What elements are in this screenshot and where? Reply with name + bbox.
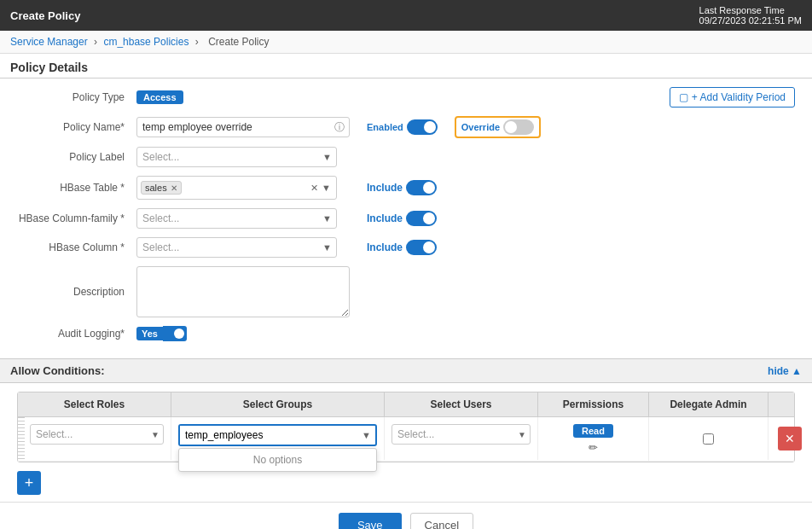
hbase-column-family-row: HBase Column-family * Select... ▼ Includ… [17, 208, 795, 229]
policy-label-row: Policy Label Select... ▼ [17, 147, 795, 167]
hbase-column-control: Select... ▼ [136, 237, 350, 258]
breadcrumb-policies[interactable]: cm_hbase Policies [103, 36, 188, 48]
tag-dropdown-button[interactable]: ▼ [320, 183, 333, 193]
groups-input-row: ▼ [178, 424, 377, 446]
override-wrapper: Override [455, 116, 541, 138]
audit-toggle[interactable] [163, 326, 187, 341]
policy-form: Policy Type Access ▢ + Add Validity Peri… [0, 78, 812, 358]
page-header-title: Create Policy [10, 9, 80, 22]
enabled-toggle[interactable] [407, 119, 438, 135]
hbase-column-family-include-label: Include [367, 212, 403, 224]
users-select[interactable]: Select... [392, 424, 531, 445]
sales-tag-remove[interactable]: ✕ [171, 183, 177, 193]
hbase-column-family-label: HBase Column-family * [17, 212, 136, 224]
breadcrumb: Service Manager › cm_hbase Policies › Cr… [0, 31, 812, 54]
tag-input-actions: ✕ ▼ [309, 183, 333, 194]
read-badge: Read [573, 424, 613, 438]
hbase-table-include-container: Include [367, 180, 437, 195]
last-response-label: Last Response Time [699, 5, 802, 15]
enabled-label: Enabled [367, 122, 403, 132]
policy-label-control: Select... ▼ [136, 147, 350, 167]
policy-type-row: Policy Type Access ▢ + Add Validity Peri… [17, 87, 795, 108]
policy-name-control: ⓘ [136, 117, 350, 137]
breadcrumb-service-manager[interactable]: Service Manager [10, 36, 88, 48]
hbase-column-select-wrapper: Select... ▼ [136, 237, 337, 258]
add-row-button[interactable]: + [17, 471, 41, 495]
table-row: Select... ▼ ▼ No options Select... [18, 417, 794, 462]
add-validity-icon: ▢ [679, 91, 688, 103]
hide-link[interactable]: hide ▲ [768, 365, 802, 377]
policy-type-control: Access [136, 90, 350, 104]
add-validity-button[interactable]: ▢ + Add Validity Period [670, 87, 795, 108]
page-title: Policy Details [0, 54, 812, 78]
override-toggle-container: Override [455, 116, 541, 138]
col-header-actions [768, 392, 811, 416]
hbase-column-family-control: Select... ▼ [136, 208, 350, 229]
hbase-column-include-label: Include [367, 241, 403, 253]
col-header-roles: Select Roles [18, 392, 171, 416]
hbase-column-include-toggle[interactable] [406, 240, 437, 255]
policy-label-select[interactable]: Select... [136, 147, 337, 167]
hbase-table-include-toggle[interactable] [406, 180, 437, 195]
delete-row-button[interactable]: ✕ [778, 427, 802, 451]
col-header-delegate: Delegate Admin [649, 392, 768, 416]
override-toggle[interactable] [503, 119, 534, 135]
permissions-cell: Read ✏ [538, 417, 649, 461]
audit-yes-label: Yes [136, 327, 163, 340]
sales-tag: sales ✕ [141, 181, 182, 195]
hbase-table-tag-input[interactable]: sales ✕ ✕ ▼ [136, 176, 337, 200]
conditions-table: Select Roles Select Groups Select Users … [17, 392, 795, 462]
roles-select-wrapper: Select... ▼ [30, 424, 164, 445]
top-bar: Create Policy Last Response Time 09/27/2… [0, 0, 812, 31]
description-textarea[interactable] [136, 266, 350, 317]
description-row: Description [17, 266, 795, 317]
cancel-button[interactable]: Cancel [410, 513, 473, 529]
col-header-permissions: Permissions [538, 392, 649, 416]
hbase-column-family-select-wrapper: Select... ▼ [136, 208, 337, 229]
policy-name-label: Policy Name* [17, 121, 136, 133]
hbase-column-label: HBase Column * [17, 241, 136, 253]
hbase-table-label: HBase Table * [17, 182, 136, 194]
col-header-users: Select Users [385, 392, 538, 416]
policy-name-input-wrapper: ⓘ [136, 117, 350, 137]
description-label: Description [17, 286, 136, 298]
policy-type-label: Policy Type [17, 91, 136, 103]
hbase-table-control: sales ✕ ✕ ▼ [136, 176, 350, 200]
no-options-text: No options [253, 454, 302, 466]
policy-label-select-wrapper: Select... ▼ [136, 147, 337, 167]
hbase-column-include-container: Include [367, 240, 437, 255]
delegate-admin-checkbox[interactable] [703, 433, 714, 445]
save-button[interactable]: Save [339, 513, 402, 529]
delegate-cell [649, 417, 768, 460]
edit-permissions-button[interactable]: ✏ [589, 441, 598, 454]
last-response-time: Last Response Time 09/27/2023 02:21:51 P… [699, 5, 802, 26]
groups-cell: ▼ No options [171, 417, 385, 460]
audit-logging-label: Audit Logging* [17, 328, 136, 340]
drag-handle[interactable] [18, 417, 25, 461]
policy-label-label: Policy Label [17, 151, 136, 163]
enabled-toggle-container: Enabled [367, 119, 438, 135]
hbase-column-row: HBase Column * Select... ▼ Include [17, 237, 795, 258]
bottom-actions: Save Cancel [0, 502, 812, 529]
hbase-column-family-include-container: Include [367, 211, 437, 226]
audit-logging-control: Yes [136, 326, 350, 341]
groups-input[interactable] [180, 426, 357, 445]
tag-clear-button[interactable]: ✕ [309, 183, 320, 194]
hbase-column-family-include-toggle[interactable] [406, 211, 437, 226]
info-icon: ⓘ [334, 120, 345, 135]
audit-logging-row: Audit Logging* Yes [17, 326, 795, 341]
groups-dropdown-wrapper: ▼ No options [178, 424, 377, 446]
allow-conditions-title: Allow Conditions: [10, 364, 104, 377]
description-control [136, 266, 350, 317]
roles-select[interactable]: Select... [30, 424, 164, 445]
access-badge: Access [136, 90, 183, 104]
override-label: Override [461, 122, 500, 132]
hbase-column-family-select[interactable]: Select... [136, 208, 337, 229]
hbase-column-select[interactable]: Select... [136, 237, 337, 258]
users-cell: Select... ▼ [385, 417, 538, 460]
allow-conditions-header: Allow Conditions: hide ▲ [0, 358, 812, 383]
policy-name-row: Policy Name* ⓘ Enabled Override [17, 116, 795, 138]
delete-cell: ✕ [768, 417, 811, 460]
policy-name-input[interactable] [136, 117, 350, 137]
groups-dropdown-button[interactable]: ▼ [357, 430, 375, 440]
